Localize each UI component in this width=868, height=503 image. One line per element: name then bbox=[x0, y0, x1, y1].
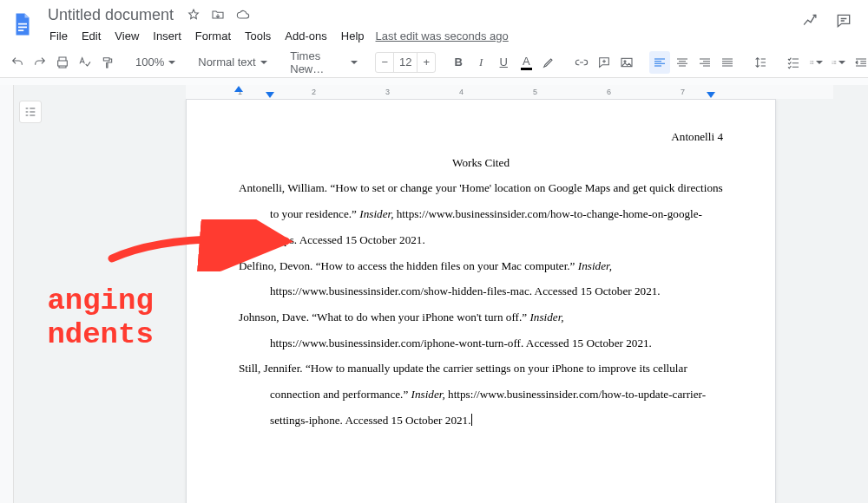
font-family-dropdown[interactable]: Times New… bbox=[285, 51, 363, 74]
menubar: File Edit View Insert Format Tools Add-o… bbox=[43, 24, 802, 47]
ruler-tick: 4 bbox=[459, 87, 464, 97]
align-right-button[interactable] bbox=[694, 51, 715, 74]
page-header-right: Antonelli 4 bbox=[239, 124, 723, 150]
citation-entry: Johnson, Dave. “What to do when your iPh… bbox=[239, 304, 723, 356]
font-size-value[interactable]: 12 bbox=[393, 53, 418, 72]
comments-icon[interactable] bbox=[835, 12, 852, 32]
bulleted-list-button[interactable] bbox=[806, 51, 826, 74]
menu-tools[interactable]: Tools bbox=[239, 27, 277, 45]
numbered-list-button[interactable]: 123 bbox=[828, 51, 849, 74]
menu-help[interactable]: Help bbox=[335, 27, 371, 45]
paint-format-button[interactable] bbox=[97, 51, 118, 74]
citation-entry: Still, Jennifer. “How to manually update… bbox=[239, 356, 723, 433]
insert-comment-button[interactable] bbox=[594, 51, 615, 74]
svg-point-6 bbox=[810, 62, 811, 62]
font-size-decrease[interactable]: − bbox=[376, 56, 393, 69]
text-color-button[interactable]: A bbox=[516, 51, 536, 74]
chevron-down-icon bbox=[260, 61, 267, 64]
ruler-tick: 7 bbox=[681, 87, 685, 97]
font-size-increase[interactable]: + bbox=[418, 56, 435, 69]
chevron-down-icon bbox=[838, 61, 845, 64]
document-title: Works Cited bbox=[239, 150, 723, 176]
document-page[interactable]: Antonelli 4 Works Cited Antonelli, Willi… bbox=[186, 99, 776, 503]
ruler-tick: 5 bbox=[533, 87, 537, 97]
horizontal-ruler[interactable]: 1 2 3 4 5 6 7 bbox=[186, 85, 833, 99]
zoom-value: 100% bbox=[135, 56, 164, 69]
titlebar: Untitled document File Edit View Insert … bbox=[0, 0, 868, 47]
redo-button[interactable] bbox=[30, 51, 50, 74]
document-title[interactable]: Untitled document bbox=[43, 4, 178, 26]
align-left-button[interactable] bbox=[649, 51, 670, 74]
underline-button[interactable]: U bbox=[493, 51, 514, 74]
ruler-tick: 3 bbox=[385, 87, 390, 97]
vertical-ruler[interactable] bbox=[0, 85, 14, 503]
text-caret bbox=[471, 414, 472, 426]
first-line-indent-marker[interactable] bbox=[234, 86, 243, 92]
spellcheck-button[interactable] bbox=[75, 51, 95, 74]
checklist-button[interactable] bbox=[783, 51, 804, 74]
menu-edit[interactable]: Edit bbox=[76, 27, 107, 45]
activity-icon[interactable] bbox=[802, 12, 819, 32]
annotation-label: Hanging indents bbox=[47, 284, 154, 352]
chevron-down-icon bbox=[168, 61, 175, 64]
menu-addons[interactable]: Add-ons bbox=[279, 27, 332, 45]
paragraph-style-value: Normal text bbox=[198, 56, 255, 69]
align-justify-button[interactable] bbox=[717, 51, 738, 74]
left-indent-marker[interactable] bbox=[266, 92, 274, 98]
svg-point-5 bbox=[810, 61, 811, 62]
print-button[interactable] bbox=[52, 51, 73, 74]
line-spacing-button[interactable] bbox=[750, 51, 771, 74]
last-edit-info[interactable]: Last edit was seconds ago bbox=[376, 29, 509, 42]
italic-button[interactable]: I bbox=[470, 51, 491, 74]
outline-toggle-button[interactable] bbox=[19, 101, 42, 123]
move-icon[interactable] bbox=[211, 8, 225, 22]
undo-button[interactable] bbox=[7, 51, 28, 74]
star-icon[interactable] bbox=[187, 8, 201, 22]
svg-rect-2 bbox=[18, 29, 23, 31]
paragraph-style-dropdown[interactable]: Normal text bbox=[193, 51, 273, 74]
menu-view[interactable]: View bbox=[108, 27, 145, 45]
svg-text:3: 3 bbox=[832, 62, 833, 64]
citation-entry: Delfino, Devon. “How to access the hidde… bbox=[239, 253, 723, 304]
ruler-tick: 2 bbox=[312, 87, 316, 97]
workspace: 1 2 3 4 5 6 7 Antonelli 4 Works Cited An… bbox=[0, 85, 868, 503]
toolbar: 100% Normal text Times New… − 12 + B I U… bbox=[0, 47, 868, 78]
menu-file[interactable]: File bbox=[43, 27, 74, 45]
cloud-status-icon[interactable] bbox=[235, 8, 251, 22]
zoom-dropdown[interactable]: 100% bbox=[130, 51, 181, 74]
ruler-tick: 6 bbox=[607, 87, 611, 97]
document-body[interactable]: Antonelli 4 Works Cited Antonelli, Willi… bbox=[239, 124, 723, 433]
svg-point-7 bbox=[810, 63, 811, 64]
chevron-down-icon bbox=[816, 61, 823, 64]
docs-logo[interactable] bbox=[7, 9, 38, 40]
highlight-button[interactable] bbox=[538, 51, 559, 74]
insert-link-button[interactable] bbox=[571, 51, 592, 74]
svg-rect-1 bbox=[18, 27, 27, 29]
insert-image-button[interactable] bbox=[616, 51, 637, 74]
svg-point-4 bbox=[624, 60, 626, 62]
indent-decrease-button[interactable] bbox=[851, 51, 868, 74]
font-family-value: Times New… bbox=[290, 49, 346, 75]
font-size-control: − 12 + bbox=[375, 52, 436, 73]
chevron-down-icon bbox=[351, 61, 358, 64]
citation-entry: Antonelli, William. “How to set or chang… bbox=[239, 175, 723, 252]
bold-button[interactable]: B bbox=[448, 51, 469, 74]
svg-rect-0 bbox=[18, 23, 27, 25]
align-center-button[interactable] bbox=[672, 51, 693, 74]
menu-insert[interactable]: Insert bbox=[147, 27, 187, 45]
right-indent-marker[interactable] bbox=[707, 92, 715, 98]
menu-format[interactable]: Format bbox=[189, 27, 237, 45]
